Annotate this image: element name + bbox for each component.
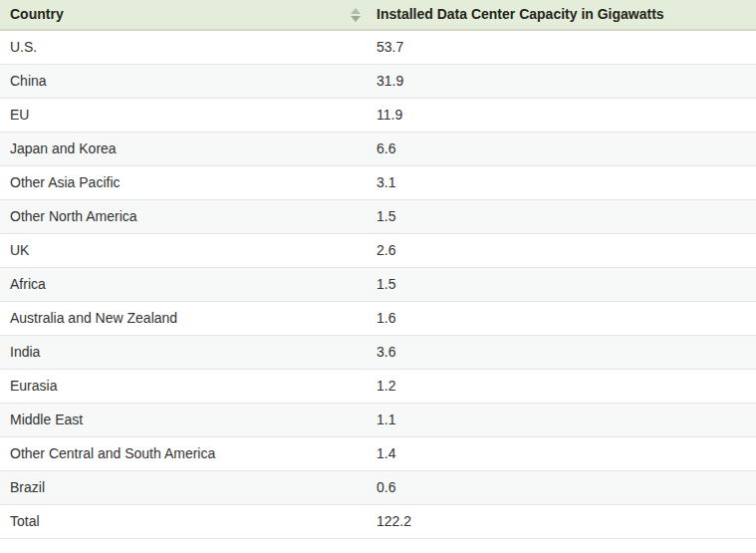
table-row: India 3.6 [0, 336, 756, 370]
country-cell: EU [0, 99, 369, 133]
value-cell: 1.2 [369, 370, 756, 404]
country-cell: Total [0, 505, 369, 539]
value-cell: 122.2 [369, 505, 756, 539]
country-cell: Other Central and South America [0, 437, 369, 471]
country-cell: Other Asia Pacific [0, 166, 369, 200]
table-row: Brazil 0.6 [0, 471, 756, 505]
sort-descending-icon [351, 16, 361, 22]
value-cell: 3.1 [369, 166, 756, 200]
value-cell: 53.7 [369, 30, 756, 65]
table-row: Other Central and South America 1.4 [0, 437, 756, 471]
table-row: Japan and Korea 6.6 [0, 133, 756, 166]
country-cell: UK [0, 234, 369, 268]
value-cell: 6.6 [369, 133, 756, 166]
value-cell: 11.9 [369, 99, 756, 133]
value-cell: 0.6 [369, 471, 756, 505]
page: Country Installed Data Center Capacity i… [0, 0, 756, 553]
column-header-country[interactable]: Country [0, 0, 369, 30]
country-cell: Eurasia [0, 370, 369, 404]
sort-ascending-icon [351, 8, 361, 14]
capacity-table: Country Installed Data Center Capacity i… [0, 0, 756, 539]
value-cell: 3.6 [369, 336, 756, 370]
country-cell: Japan and Korea [0, 133, 369, 166]
header-row: Country Installed Data Center Capacity i… [0, 0, 756, 30]
column-header-country-label: Country [10, 6, 64, 22]
country-cell: Australia and New Zealand [0, 302, 369, 336]
country-cell: Other North America [0, 200, 369, 234]
value-cell: 1.1 [369, 404, 756, 437]
value-cell: 1.6 [369, 302, 756, 336]
country-cell: U.S. [0, 30, 369, 65]
value-cell: 2.6 [369, 234, 756, 268]
table-row: Other Asia Pacific 3.1 [0, 166, 756, 200]
country-cell: China [0, 65, 369, 99]
table-row: EU 11.9 [0, 99, 756, 133]
value-cell: 1.5 [369, 268, 756, 302]
table-row: U.S. 53.7 [0, 30, 756, 65]
table-row: UK 2.6 [0, 234, 756, 268]
sort-icon[interactable] [351, 8, 361, 22]
value-cell: 1.4 [369, 437, 756, 471]
value-cell: 1.5 [369, 200, 756, 234]
country-cell: Middle East [0, 404, 369, 437]
table-row: China 31.9 [0, 65, 756, 99]
table-row: Eurasia 1.2 [0, 370, 756, 404]
country-cell: Africa [0, 268, 369, 302]
column-header-capacity: Installed Data Center Capacity in Gigawa… [369, 0, 756, 30]
country-cell: India [0, 336, 369, 370]
column-header-capacity-label: Installed Data Center Capacity in Gigawa… [377, 6, 664, 22]
country-cell: Brazil [0, 471, 369, 505]
table-row: Australia and New Zealand 1.6 [0, 302, 756, 336]
value-cell: 31.9 [369, 65, 756, 99]
table-row: Middle East 1.1 [0, 404, 756, 437]
table-row: Africa 1.5 [0, 268, 756, 302]
total-row: Total 122.2 [0, 505, 756, 539]
table-row: Other North America 1.5 [0, 200, 756, 234]
